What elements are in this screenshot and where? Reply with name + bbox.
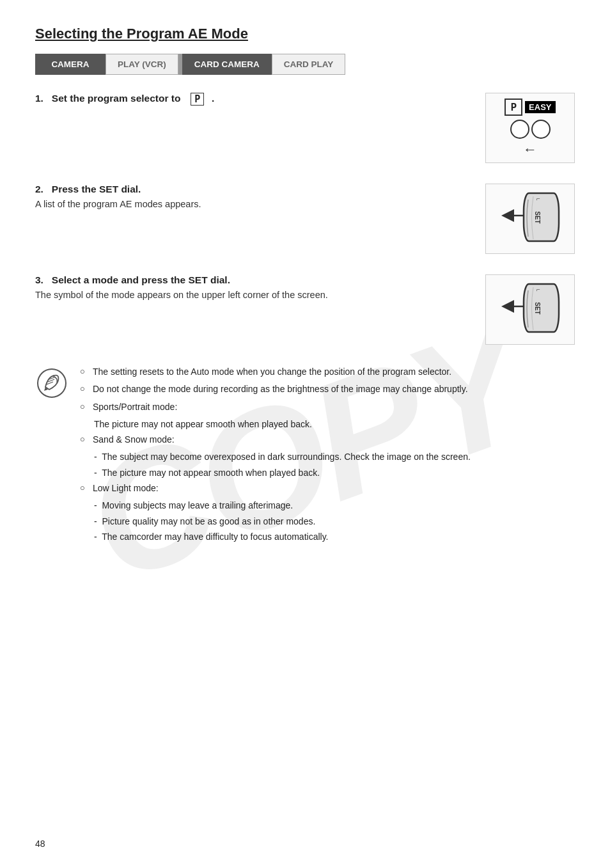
step-2-body: A list of the program AE modes appears. [35,199,473,209]
note-text-10: The camcorder may have difficulty to foc… [102,532,328,542]
note-text-0: The setting resets to the Auto mode when… [93,365,451,378]
step-3-text: 3. Select a mode and press the SET dial.… [35,274,485,300]
svg-marker-5 [501,300,514,313]
note-dash-8: - [94,500,100,510]
note-text-5: The subject may become overexposed in da… [102,452,471,462]
program-selector-graphic: P EASY ← [489,96,572,160]
step-3-title: 3. Select a mode and press the SET dial. [35,274,473,286]
note-sub-6: - The picture may not appear smooth when… [94,466,575,479]
step-2-text: 2. Press the SET dial. A list of the pro… [35,184,485,209]
prog-easy-box: EASY [525,101,555,113]
tab-play-vcr[interactable]: PLAY (VCR) [106,54,178,75]
note-text-6: The picture may not appear smooth when p… [102,468,320,478]
step-1-image: P EASY ← [485,93,575,163]
note-dash-5: - [94,452,100,462]
step-2-image: SET ⌐ [485,184,575,254]
step-3-number: 3. [35,274,43,285]
notes-icon-container [35,367,68,400]
note-text-3: The picture may not appear smooth when p… [94,419,312,429]
step-2-number: 2. [35,184,43,194]
page-title: Selecting the Program AE Mode [35,26,575,42]
svg-text:SET: SET [534,302,541,314]
prog-dial [510,120,551,139]
svg-point-10 [38,369,66,397]
note-sub-9: - Picture quality may not be as good as … [94,515,575,528]
svg-line-13 [47,382,53,384]
note-text-8: Moving subjects may leave a trailing aft… [102,500,293,510]
note-item-1: ○ Do not change the mode during recordin… [80,383,575,395]
notes-section: ○ The setting resets to the Auto mode wh… [35,365,575,546]
step-3-body: The symbol of the mode appears on the up… [35,290,473,300]
note-pencil-icon [36,368,67,398]
notes-list: ○ The setting resets to the Auto mode wh… [80,365,575,546]
p-symbol: P [191,93,204,106]
step-2-title-text: Press the SET dial. [52,184,141,194]
tab-card-play[interactable]: CARD PLAY [272,54,346,75]
note-text-2: Sports/Portrait mode: [93,400,177,413]
prog-top-row: P EASY [504,99,555,116]
note-sub-8: - Moving subjects may leave a trailing a… [94,499,575,512]
note-sub-10: - The camcorder may have difficulty to f… [94,530,575,543]
step-2-title: 2. Press the SET dial. [35,184,473,195]
step-1-number: 1. [35,93,43,104]
svg-marker-0 [501,209,514,222]
step-3: 3. Select a mode and press the SET dial.… [35,274,575,345]
svg-text:⌐: ⌐ [536,286,540,293]
note-item-0: ○ The setting resets to the Auto mode wh… [80,365,575,378]
note-bullet-4: ○ [80,434,93,446]
step-2: 2. Press the SET dial. A list of the pro… [35,184,575,254]
note-sub-3: The picture may not appear smooth when p… [94,418,575,430]
note-text-9: Picture quality may not be as good as in… [102,516,315,526]
step-1-title: 1. Set the program selector to P . [35,93,473,106]
step-1-text: 1. Set the program selector to P . [35,93,485,109]
step-1-title-text: Set the program selector to [52,93,181,104]
note-dash-6: - [94,468,100,478]
prog-arrow: ← [523,141,537,158]
note-text-7: Low Light mode: [93,482,159,494]
step-3-title-text: Select a mode and press the SET dial. [52,274,230,285]
note-text-4: Sand & Snow mode: [93,433,175,446]
note-text-1: Do not change the mode during recording … [93,383,468,395]
dial-circle-right [531,120,551,139]
mode-tabs-bar: CAMERA PLAY (VCR) CARD CAMERA CARD PLAY [35,54,575,75]
svg-text:SET: SET [534,211,541,223]
note-bullet-7: ○ [80,482,93,494]
note-item-4: ○ Sand & Snow mode: [80,433,575,446]
note-item-7: ○ Low Light mode: [80,482,575,494]
tab-card-camera[interactable]: CARD CAMERA [182,54,272,75]
note-dash-10: - [94,532,100,542]
prog-p-box: P [504,99,522,116]
step-3-image: SET ⌐ [485,274,575,345]
set-dial-svg: SET ⌐ [489,187,572,251]
set-dial-svg-2: SET ⌐ [489,278,572,342]
note-dash-9: - [94,516,100,526]
page-number: 48 [35,839,45,849]
note-bullet-1: ○ [80,383,93,395]
note-item-2: ○ Sports/Portrait mode: [80,400,575,413]
step-1: 1. Set the program selector to P . P EAS… [35,93,575,163]
note-bullet-0: ○ [80,366,93,378]
note-sub-5: - The subject may become overexposed in … [94,450,575,463]
tab-camera[interactable]: CAMERA [35,54,106,75]
dial-circle-left [510,120,529,139]
svg-text:⌐: ⌐ [536,195,540,202]
note-bullet-2: ○ [80,401,93,413]
